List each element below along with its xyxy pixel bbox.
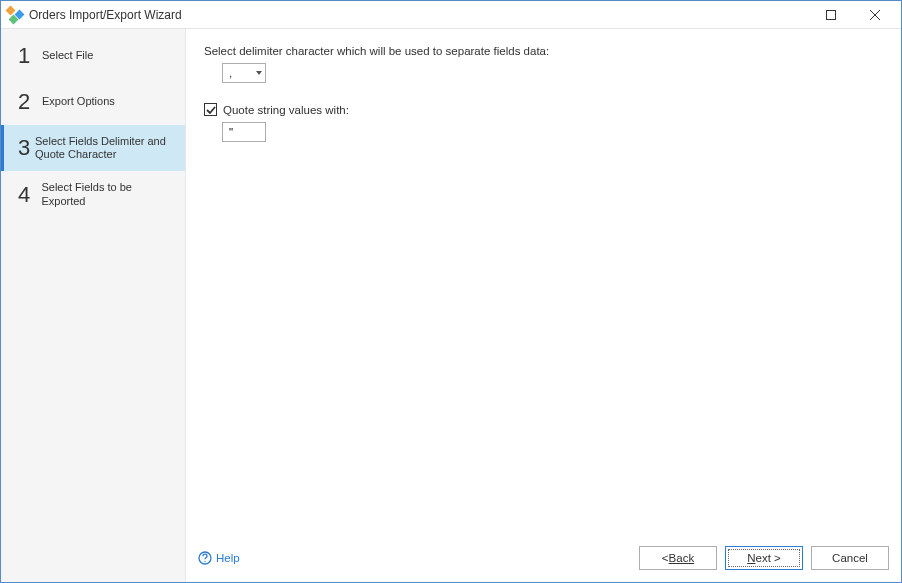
wizard-window: Orders Import/Export Wizard 1 Select Fil… bbox=[0, 0, 902, 583]
svg-point-4 bbox=[204, 561, 205, 562]
back-button[interactable]: < Back bbox=[639, 546, 717, 570]
footer: Help < Back Next > Cancel bbox=[186, 542, 901, 582]
delimiter-select[interactable]: , bbox=[222, 63, 266, 83]
delimiter-value: , bbox=[229, 67, 232, 79]
sidebar: 1 Select File 2 Export Options 3 Select … bbox=[1, 29, 186, 582]
help-label: Help bbox=[216, 552, 240, 564]
window-controls bbox=[809, 2, 897, 28]
cancel-label: Cancel bbox=[832, 552, 868, 564]
step-4-select-fields[interactable]: 4 Select Fields to be Exported bbox=[1, 171, 185, 217]
step-number: 4 bbox=[18, 182, 37, 208]
app-icon bbox=[7, 7, 23, 23]
step-label: Select Fields Delimiter and Quote Charac… bbox=[31, 135, 175, 161]
cancel-button[interactable]: Cancel bbox=[811, 546, 889, 570]
next-label: Next > bbox=[747, 552, 781, 564]
close-button[interactable] bbox=[853, 2, 897, 28]
quote-checkbox[interactable] bbox=[204, 103, 217, 116]
maximize-button[interactable] bbox=[809, 2, 853, 28]
next-button[interactable]: Next > bbox=[725, 546, 803, 570]
titlebar: Orders Import/Export Wizard bbox=[1, 1, 901, 29]
step-2-export-options[interactable]: 2 Export Options bbox=[1, 79, 185, 125]
chevron-down-icon bbox=[256, 71, 262, 75]
help-icon bbox=[198, 551, 212, 565]
check-icon bbox=[206, 105, 216, 115]
back-label: Back bbox=[669, 552, 695, 564]
step-label: Export Options bbox=[38, 95, 115, 108]
quote-input[interactable] bbox=[222, 122, 266, 142]
body: 1 Select File 2 Export Options 3 Select … bbox=[1, 29, 901, 582]
step-3-delimiter-quote[interactable]: 3 Select Fields Delimiter and Quote Char… bbox=[1, 125, 185, 171]
step-label: Select Fields to be Exported bbox=[37, 181, 175, 207]
delimiter-label: Select delimiter character which will be… bbox=[204, 45, 883, 57]
help-link[interactable]: Help bbox=[198, 551, 240, 565]
step-label: Select File bbox=[38, 49, 93, 62]
step-1-select-file[interactable]: 1 Select File bbox=[1, 33, 185, 79]
svg-rect-0 bbox=[827, 10, 836, 19]
step-number: 2 bbox=[18, 89, 38, 115]
close-icon bbox=[870, 10, 880, 20]
step-number: 1 bbox=[18, 43, 38, 69]
step-number: 3 bbox=[18, 135, 31, 161]
window-title: Orders Import/Export Wizard bbox=[29, 8, 809, 22]
maximize-icon bbox=[826, 10, 836, 20]
quote-label: Quote string values with: bbox=[223, 104, 349, 116]
quote-row: Quote string values with: bbox=[204, 103, 883, 116]
content: Select delimiter character which will be… bbox=[186, 29, 901, 542]
main: Select delimiter character which will be… bbox=[186, 29, 901, 582]
